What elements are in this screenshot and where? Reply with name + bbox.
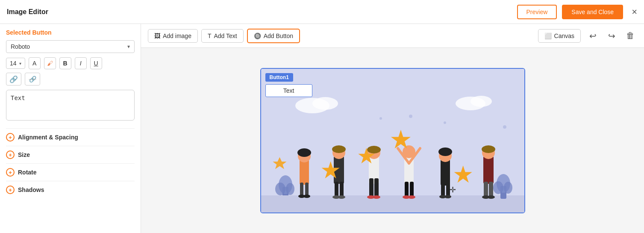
move-cursor-icon: ✛ [450, 185, 456, 195]
chevron-down-icon: ▾ [127, 44, 130, 50]
selected-button-label: Selected Button [6, 29, 135, 36]
accordion-size-label: Size [18, 151, 30, 158]
delete-button[interactable]: 🗑 [623, 29, 637, 43]
font-size-arrow[interactable]: ▾ [19, 61, 21, 66]
underline-button[interactable]: U [90, 57, 102, 69]
link-icon: 🔗 [9, 75, 18, 83]
svg-text:★: ★ [320, 157, 341, 183]
canvas-area: 🖼 Add image T Add Text 🔘 Add Button ⬜ Ca… [141, 24, 644, 233]
font-color-icon: A [32, 60, 36, 67]
add-image-label: Add image [163, 32, 191, 39]
svg-point-53 [444, 195, 451, 198]
add-button-label: Add Button [264, 32, 293, 39]
canvas-image-wrapper[interactable]: Button1 Text [260, 68, 525, 213]
header: Image Editor Preview Save and Close × [0, 0, 644, 24]
canvas-toolbar: 🖼 Add image T Add Text 🔘 Add Button ⬜ Ca… [141, 24, 644, 48]
add-text-label: Add Text [214, 32, 237, 39]
sidebar: Selected Button Roboto ▾ 14 ▾ A 🖌 B I [0, 24, 141, 233]
svg-point-65 [504, 182, 512, 194]
close-button[interactable]: × [632, 7, 637, 17]
add-image-button[interactable]: 🖼 Add image [148, 29, 198, 43]
canvas-label: Canvas [554, 32, 574, 39]
svg-rect-34 [374, 178, 379, 197]
svg-text:★: ★ [357, 144, 376, 168]
bold-button[interactable]: B [59, 57, 71, 69]
svg-point-57 [482, 145, 495, 153]
svg-rect-26 [340, 182, 344, 197]
accordion-size[interactable]: + Size [6, 146, 135, 163]
accordion-expand-icon: + [6, 133, 15, 142]
underline-icon: U [94, 60, 98, 67]
accordion-rotate[interactable]: + Rotate [6, 163, 135, 181]
svg-text:★: ★ [453, 161, 473, 188]
canvas-button[interactable]: ⬜ Canvas [538, 29, 581, 43]
header-actions: Preview Save and Close × [517, 5, 638, 19]
font-size-box: 14 ▾ [6, 58, 25, 69]
svg-rect-59 [489, 182, 493, 197]
text-box-element[interactable]: Text [265, 84, 312, 97]
save-close-button[interactable]: Save and Close [562, 5, 623, 19]
svg-rect-14 [300, 159, 309, 185]
accordion-shadows-icon: + [6, 186, 15, 194]
add-button-icon: 🔘 [254, 32, 261, 39]
accordion-shadows-label: Shadows [18, 186, 44, 193]
svg-rect-17 [300, 183, 303, 195]
canvas-icon: ⬜ [544, 32, 552, 39]
svg-point-2 [312, 97, 338, 110]
svg-point-5 [409, 115, 412, 118]
canvas-right-tools: ⬜ Canvas ↩ ↪ 🗑 [538, 29, 637, 43]
add-image-icon: 🖼 [154, 32, 160, 39]
svg-point-61 [487, 195, 495, 199]
accordion-alignment[interactable]: + Alignment & Spacing [6, 128, 135, 146]
svg-point-6 [444, 121, 446, 124]
accordion-alignment-label: Alignment & Spacing [18, 134, 78, 141]
undo-button[interactable]: ↩ [586, 29, 600, 43]
svg-point-43 [408, 195, 415, 199]
add-button-button[interactable]: 🔘 Add Button [247, 29, 300, 43]
accordion-size-icon: + [6, 150, 15, 159]
add-text-icon: T [208, 32, 212, 39]
svg-rect-41 [410, 182, 414, 197]
svg-point-8 [503, 125, 506, 129]
accordion-shadows[interactable]: + Shadows [6, 181, 135, 198]
illustration-svg: ★ ★ [261, 93, 524, 212]
font-color-button[interactable]: A [29, 57, 41, 69]
svg-rect-40 [405, 182, 409, 197]
text-input[interactable]: Text [6, 90, 135, 121]
svg-rect-58 [484, 182, 488, 197]
preview-button[interactable]: Preview [517, 5, 557, 19]
redo-button[interactable]: ↪ [605, 29, 618, 43]
main-layout: Selected Button Roboto ▾ 14 ▾ A 🖌 B I [0, 24, 644, 233]
italic-button[interactable]: I [75, 57, 87, 69]
unlink-button[interactable]: 🔗 [25, 73, 40, 86]
accordion-rotate-icon: + [6, 168, 15, 177]
svg-rect-25 [335, 182, 338, 197]
svg-point-36 [373, 195, 380, 199]
app-title: Image Editor [7, 8, 48, 16]
font-name: Roboto [11, 43, 30, 50]
svg-rect-50 [441, 183, 445, 196]
button1-label[interactable]: Button1 [265, 73, 293, 82]
svg-point-7 [379, 117, 382, 120]
bold-icon: B [63, 60, 68, 67]
highlight-button[interactable]: 🖌 [44, 57, 56, 69]
svg-point-64 [493, 181, 503, 194]
svg-point-20 [303, 195, 310, 198]
svg-point-4 [471, 96, 492, 107]
svg-point-28 [338, 195, 345, 199]
highlight-icon: 🖌 [47, 60, 53, 67]
svg-rect-55 [483, 156, 494, 184]
svg-rect-18 [305, 183, 309, 195]
svg-text:★: ★ [389, 125, 412, 154]
add-text-button[interactable]: T Add Text [201, 29, 244, 43]
unlink-icon: 🔗 [29, 76, 36, 83]
link-button[interactable]: 🔗 [6, 73, 21, 86]
format-row: 14 ▾ A 🖌 B I U [6, 57, 135, 69]
accordion-rotate-label: Rotate [18, 169, 37, 176]
svg-rect-33 [369, 178, 373, 197]
font-selector[interactable]: Roboto ▾ [6, 40, 135, 53]
canvas-content[interactable]: Button1 Text [141, 48, 644, 233]
svg-point-12 [286, 183, 294, 195]
italic-icon: I [80, 60, 82, 67]
svg-rect-47 [441, 159, 450, 186]
